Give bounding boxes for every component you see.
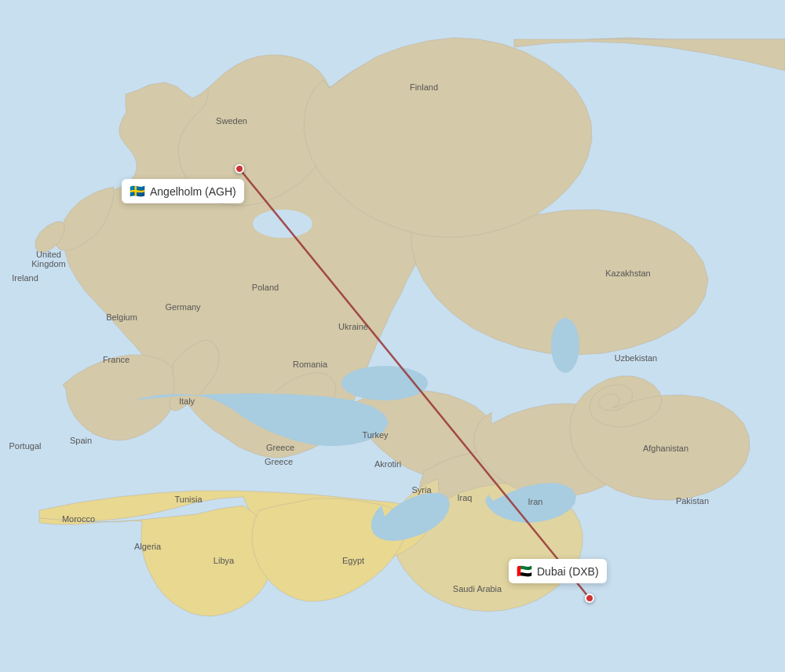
svg-text:Belgium: Belgium: [106, 312, 137, 322]
map-svg: Finland Sweden United Kingdom Ireland Be…: [0, 0, 785, 672]
origin-flag: 🇸🇪: [130, 184, 145, 199]
svg-text:Egypt: Egypt: [342, 556, 364, 565]
svg-text:Portugal: Portugal: [9, 441, 42, 451]
svg-text:Sweden: Sweden: [216, 116, 247, 126]
svg-text:Iran: Iran: [528, 497, 543, 506]
svg-text:Uzbekistan: Uzbekistan: [615, 353, 657, 363]
svg-text:Saudi Arabia: Saudi Arabia: [453, 584, 502, 593]
svg-text:Italy: Italy: [179, 396, 195, 406]
svg-text:Ireland: Ireland: [12, 273, 38, 283]
origin-dot: [235, 164, 244, 173]
destination-label: 🇦🇪 Dubai (DXB): [509, 559, 607, 583]
destination-flag: 🇦🇪: [517, 564, 532, 579]
svg-text:France: France: [103, 355, 130, 364]
svg-text:Iraq: Iraq: [458, 493, 473, 502]
svg-text:Kingdom: Kingdom: [31, 259, 65, 268]
svg-text:Algeria: Algeria: [134, 542, 162, 551]
svg-text:Tunisia: Tunisia: [174, 495, 203, 504]
svg-text:Pakistan: Pakistan: [676, 496, 709, 506]
svg-text:Akrotiri: Akrotiri: [374, 459, 401, 469]
svg-text:Greece: Greece: [265, 457, 293, 466]
svg-text:Greece: Greece: [266, 443, 294, 452]
svg-text:Morocco: Morocco: [62, 514, 95, 524]
svg-point-3: [253, 210, 312, 238]
svg-text:Germany: Germany: [165, 302, 201, 312]
svg-text:Syria: Syria: [411, 485, 432, 495]
destination-dot: [585, 593, 594, 603]
svg-text:Afghanistan: Afghanistan: [643, 444, 688, 453]
svg-text:Poland: Poland: [252, 283, 279, 292]
svg-text:United: United: [36, 250, 61, 259]
map-container: Finland Sweden United Kingdom Ireland Be…: [0, 0, 785, 672]
svg-text:Finland: Finland: [410, 82, 438, 92]
svg-text:Spain: Spain: [70, 436, 92, 445]
destination-label-text: Dubai (DXB): [537, 565, 599, 578]
origin-label-text: Angelholm (AGH): [150, 185, 236, 198]
svg-text:Libya: Libya: [214, 556, 235, 565]
svg-text:Romania: Romania: [293, 360, 328, 369]
svg-text:Ukraine: Ukraine: [338, 322, 368, 331]
svg-text:Turkey: Turkey: [362, 430, 389, 440]
svg-point-1: [551, 318, 579, 373]
svg-text:Kazakhstan: Kazakhstan: [605, 268, 650, 278]
origin-label: 🇸🇪 Angelholm (AGH): [122, 179, 244, 203]
